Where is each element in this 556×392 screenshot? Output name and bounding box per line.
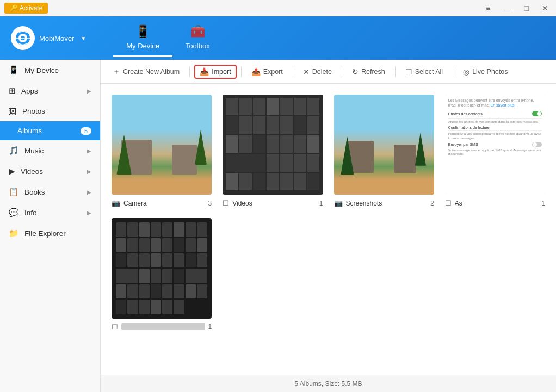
info-arrow-icon: ▶ — [87, 210, 91, 216]
live-photos-label: Live Photos — [472, 68, 508, 76]
album-camera[interactable]: 📷 Camera 3 — [112, 95, 212, 207]
album-camera-name: Camera — [123, 200, 205, 207]
albums-area: 📷 Camera 3 — [101, 84, 556, 375]
tab-my-device[interactable]: 📱 My Device — [113, 19, 172, 57]
sidebar-item-music[interactable]: 🎵 Music ▶ — [0, 140, 100, 161]
album-camera-count: 3 — [208, 200, 212, 207]
album-screenshots-info: 📷 Screenshots 2 — [334, 199, 434, 207]
toolbar-divider-6 — [453, 66, 453, 77]
as-album-icon: ☐ — [445, 199, 452, 207]
delete-icon: ✕ — [303, 67, 310, 76]
album-videos-thumb — [223, 95, 323, 195]
sidebar-item-apps[interactable]: ⊞ Apps ▶ — [0, 80, 100, 101]
videos-icon: ▶ — [9, 166, 15, 176]
album-unnamed-thumb — [112, 218, 212, 318]
sidebar-item-my-device[interactable]: 📱 My Device — [0, 60, 100, 80]
apps-icon: ⊞ — [9, 86, 16, 96]
create-album-label: Create New Album — [123, 68, 180, 76]
content-area: ＋ Create New Album 📥 Import 📤 Export ✕ D… — [101, 60, 556, 392]
albums-grid: 📷 Camera 3 — [112, 95, 545, 331]
toolbar-divider-5 — [395, 66, 396, 77]
unnamed-album-icon: ☐ — [112, 323, 118, 331]
main-layout: 📱 My Device ⊞ Apps ▶ 🖼 Photos Albums 5 🎵… — [0, 60, 556, 392]
album-as-count: 1 — [541, 200, 545, 207]
toolbar-divider-3 — [293, 66, 293, 77]
refresh-label: Refresh — [361, 68, 385, 76]
sidebar-books-label: Books — [24, 188, 82, 196]
tab-toolbox[interactable]: 🧰 Toolbox — [172, 19, 223, 57]
select-all-button[interactable]: ☐ Select All — [400, 65, 448, 79]
refresh-button[interactable]: ↻ Refresh — [347, 65, 391, 79]
minimize-button[interactable]: — — [501, 3, 515, 14]
sidebar-item-albums[interactable]: Albums 5 — [0, 121, 100, 140]
import-button[interactable]: 📥 Import — [194, 65, 236, 79]
album-screenshots-count: 2 — [430, 200, 434, 207]
sidebar-my-device-label: My Device — [24, 66, 91, 74]
videos-album-icon: ☐ — [223, 199, 229, 207]
logo-icon — [11, 26, 35, 50]
album-videos-info: ☐ Videos 1 — [223, 199, 323, 207]
album-videos-name: Videos — [232, 200, 316, 207]
sidebar-item-books[interactable]: 📋 Books ▶ — [0, 182, 100, 202]
toolbar-divider-4 — [342, 66, 342, 77]
album-camera-thumb — [112, 95, 212, 195]
sidebar-item-info[interactable]: 💬 Info ▶ — [0, 202, 100, 223]
import-label: Import — [212, 68, 231, 76]
sidebar-albums-label: Albums — [17, 127, 75, 135]
menu-button[interactable]: ≡ — [483, 3, 493, 14]
sidebar-music-label: Music — [24, 147, 82, 155]
album-as-thumb: Les Messages peuvent être envoyés entre … — [445, 95, 545, 195]
apps-arrow-icon: ▶ — [87, 88, 91, 94]
album-unnamed-count: 1 — [208, 323, 212, 331]
album-unnamed-name — [121, 323, 205, 330]
export-button[interactable]: 📤 Export — [246, 65, 288, 79]
live-photos-button[interactable]: ◎ Live Photos — [458, 65, 513, 79]
screenshots-album-icon: 📷 — [334, 199, 343, 207]
music-arrow-icon: ▶ — [87, 148, 91, 154]
nav-tabs: 📱 My Device 🧰 Toolbox — [113, 19, 223, 57]
statusbar: 5 Albums, Size: 5.5 MB — [101, 375, 556, 392]
activate-button[interactable]: 🔑 Activate — [4, 3, 48, 14]
select-all-label: Select All — [415, 68, 443, 76]
sidebar: 📱 My Device ⊞ Apps ▶ 🖼 Photos Albums 5 🎵… — [0, 60, 101, 392]
info-icon: 💬 — [9, 208, 19, 217]
album-as[interactable]: Les Messages peuvent être envoyés entre … — [445, 95, 545, 207]
export-icon: 📤 — [251, 67, 261, 76]
album-camera-info: 📷 Camera 3 — [112, 199, 212, 207]
file-explorer-icon: 📁 — [9, 228, 19, 238]
album-videos[interactable]: ☐ Videos 1 — [223, 95, 323, 207]
sidebar-photos-label: Photos — [22, 107, 91, 115]
titlebar: 🔑 Activate ≡ — □ ✕ — [0, 0, 556, 16]
album-screenshots-name: Screenshots — [346, 200, 428, 207]
toolbox-tab-icon: 🧰 — [190, 24, 205, 39]
close-button[interactable]: ✕ — [539, 3, 552, 14]
maximize-button[interactable]: □ — [521, 3, 532, 14]
live-photos-icon: ◎ — [463, 67, 469, 76]
header: MobiMover ▼ 📱 My Device 🧰 Toolbox — [0, 16, 556, 60]
statusbar-text: 5 Albums, Size: 5.5 MB — [294, 380, 362, 388]
books-icon: 📋 — [9, 187, 19, 197]
album-unnamed-info: ☐ 1 — [112, 323, 212, 331]
my-device-tab-icon: 📱 — [135, 24, 150, 39]
sidebar-item-file-explorer[interactable]: 📁 File Explorer — [0, 223, 100, 244]
delete-label: Delete — [312, 68, 332, 76]
sidebar-item-videos[interactable]: ▶ Videos ▶ — [0, 161, 100, 182]
music-icon: 🎵 — [9, 146, 19, 155]
album-as-name: As — [455, 200, 539, 207]
sidebar-videos-label: Videos — [21, 167, 82, 176]
album-unnamed[interactable]: ☐ 1 — [112, 218, 212, 331]
delete-button[interactable]: ✕ Delete — [298, 65, 337, 79]
sidebar-info-label: Info — [24, 209, 82, 217]
album-screenshots[interactable]: 📷 Screenshots 2 — [334, 95, 434, 207]
sidebar-item-photos[interactable]: 🖼 Photos — [0, 101, 100, 121]
create-album-button[interactable]: ＋ Create New Album — [107, 64, 185, 79]
books-arrow-icon: ▶ — [87, 189, 91, 195]
toolbox-tab-label: Toolbox — [186, 42, 210, 50]
import-icon: 📥 — [200, 67, 209, 76]
toolbar-divider-1 — [189, 66, 190, 77]
toolbar-divider-2 — [241, 66, 242, 77]
logo-dropdown-icon[interactable]: ▼ — [81, 35, 86, 41]
album-as-info: ☐ As 1 — [445, 199, 545, 207]
logo-text: MobiMover — [39, 34, 74, 42]
photos-icon: 🖼 — [9, 107, 17, 116]
